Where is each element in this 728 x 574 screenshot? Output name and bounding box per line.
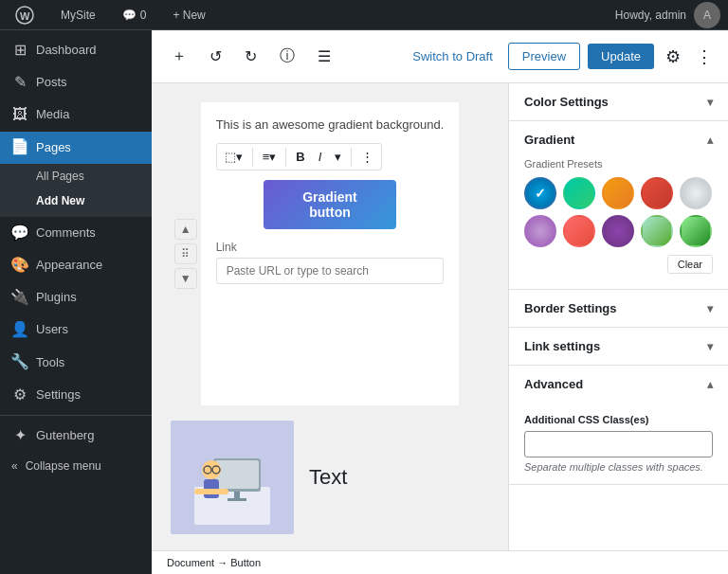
more-options-button[interactable]: ⋮ [692,43,717,71]
sidebar-item-dashboard[interactable]: ⊞ Dashboard [0,34,152,66]
sidebar-item-all-pages[interactable]: All Pages [0,164,152,188]
sidebar-item-pages[interactable]: 📄 Pages [0,132,152,164]
toolbar-divider-3 [351,148,352,167]
sidebar-item-posts[interactable]: ✎ Posts [0,66,152,99]
color-settings-header[interactable]: Color Settings ▾ [509,83,728,120]
preset-swatch-3[interactable] [602,177,634,209]
switch-to-draft-button[interactable]: Switch to Draft [405,44,500,69]
avatar: A [694,2,720,28]
preset-swatch-9[interactable] [641,215,673,247]
advanced-header[interactable]: Advanced ▴ [509,366,728,403]
editor-main: ▲ ⠿ ▼ This is an awesome gradient backgr… [152,83,508,550]
update-button[interactable]: Update [588,44,654,69]
align-icon: ≡ [263,150,270,164]
image-text-block: Text [171,421,489,534]
info-button[interactable]: ⓘ [271,40,303,73]
toolbar-divider-1 [252,148,253,167]
css-class-input[interactable] [524,431,713,457]
settings-toggle-button[interactable]: ⚙ [662,43,684,71]
sidebar-label-posts: Posts [36,74,67,91]
block-type-button[interactable]: ⬚ ▾ [219,146,248,168]
settings-gear-icon: ⚙ [665,47,681,66]
text-block[interactable]: Text [309,465,347,490]
gradient-chevron: ▴ [707,134,713,147]
image-text-section: Text [171,405,489,534]
more-options-icon: ⋮ [696,47,713,66]
info-icon: ⓘ [280,46,295,66]
new-item[interactable]: + New [165,5,212,26]
editor-and-panel: ▲ ⠿ ▼ This is an awesome gradient backgr… [152,83,728,550]
italic-button[interactable]: I [313,146,328,168]
italic-icon: I [318,150,322,164]
preset-swatch-1[interactable] [524,177,556,209]
sidebar-label-tools: Tools [36,354,64,371]
preset-swatch-7[interactable] [563,215,595,247]
border-settings-title: Border Settings [524,301,617,315]
link-input[interactable] [216,258,445,284]
svg-rect-6 [228,498,246,501]
sidebar-item-comments[interactable]: 💬 Comments [0,217,152,249]
clear-row: Clear [524,255,713,278]
sidebar-item-media[interactable]: 🖼 Media [0,99,152,131]
sidebar-label-users: Users [36,321,68,338]
preset-swatch-6[interactable] [524,215,556,247]
list-view-button[interactable]: ☰ [309,41,339,72]
update-label: Update [601,49,641,63]
block-up-button[interactable]: ▲ [174,219,197,240]
link-settings-title: Link settings [524,339,600,353]
content-area: ＋ ↺ ↻ ⓘ ☰ Switch to Draft [152,30,728,574]
right-panel: Color Settings ▾ Gradient ▴ Gradient Pre… [508,83,728,550]
undo-button[interactable]: ↺ [201,41,230,72]
svg-text:W: W [20,10,30,22]
pages-submenu: All Pages Add New [0,164,152,217]
sidebar-item-add-new[interactable]: Add New [0,188,152,213]
block-options-icon: ⋮ [361,150,373,164]
sidebar-item-gutenberg[interactable]: ✦ Gutenberg [0,420,152,452]
sidebar-label-settings: Settings [36,386,81,404]
block-options-button[interactable]: ⋮ [355,146,379,168]
border-settings-header[interactable]: Border Settings ▾ [509,290,728,327]
gradient-button[interactable]: Gradient button [264,180,396,229]
switch-draft-label: Switch to Draft [412,49,493,63]
preset-swatch-8[interactable] [602,215,634,247]
clear-button[interactable]: Clear [667,255,713,274]
redo-button[interactable]: ↻ [236,41,265,72]
collapse-menu-btn[interactable]: « Collapse menu [0,452,152,480]
preset-swatch-4[interactable] [641,177,673,209]
more-rich-text-button[interactable]: ▾ [329,146,347,168]
add-block-button[interactable]: ＋ [163,40,195,73]
block-drag-handle[interactable]: ⠿ [174,243,197,264]
comment-icon: 💬 [122,9,136,22]
preset-swatch-2[interactable] [563,177,595,209]
color-settings-chevron: ▾ [707,96,713,109]
bold-button[interactable]: B [290,146,310,168]
posts-icon: ✎ [11,74,28,91]
border-settings-section: Border Settings ▾ [509,290,728,328]
wp-logo-item[interactable]: W [8,2,42,28]
sidebar-item-users[interactable]: 👤 Users [0,314,152,346]
align-button[interactable]: ≡ ▾ [257,146,282,168]
color-settings-title: Color Settings [524,95,609,109]
site-name-item[interactable]: MySite [53,5,103,26]
meme-svg [185,430,280,534]
gradient-header[interactable]: Gradient ▴ [509,121,728,158]
editor-toolbar-right: Switch to Draft Preview Update ⚙ ⋮ [405,43,717,71]
comments-item[interactable]: 💬 0 [115,5,155,26]
sidebar-item-settings[interactable]: ⚙ Settings [0,379,152,411]
admin-bar-right: Howdy, admin A [615,2,720,28]
link-settings-header[interactable]: Link settings ▾ [509,328,728,365]
css-class-hint: Separate multiple classes with spaces. [524,461,713,473]
block-down-button[interactable]: ▼ [174,268,197,289]
preset-swatch-5[interactable] [680,177,712,209]
new-label: + New [173,9,205,22]
preview-button[interactable]: Preview [508,43,580,70]
sidebar-item-tools[interactable]: 🔧 Tools [0,347,152,379]
sidebar-item-plugins[interactable]: 🔌 Plugins [0,281,152,314]
preset-swatch-10[interactable] [680,215,712,247]
breadcrumb: Document → Button [167,557,261,568]
users-icon: 👤 [11,321,28,338]
plugins-icon: 🔌 [11,289,28,306]
css-class-label: Additional CSS Class(es) [524,414,713,425]
main-layout: ⊞ Dashboard ✎ Posts 🖼 Media 📄 Pages All … [0,30,728,574]
sidebar-item-appearance[interactable]: 🎨 Appearance [0,249,152,281]
